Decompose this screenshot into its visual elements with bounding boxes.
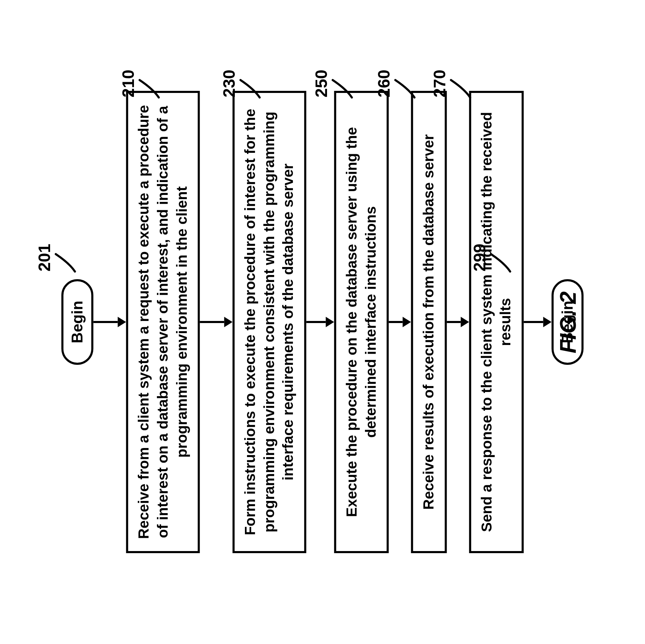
- arrow: [306, 317, 334, 327]
- process-260: Receive results of execution from the da…: [411, 91, 447, 553]
- callout-label: 250: [312, 70, 331, 97]
- process-250: Execute the procedure on the database se…: [334, 91, 389, 553]
- arrow: [94, 317, 126, 327]
- process-230: Form instructions to execute the procedu…: [233, 91, 306, 553]
- rotated-layout: Begin Receive from a client system a req…: [61, 26, 583, 618]
- callout-label: 201: [35, 244, 54, 272]
- arrow: [447, 317, 469, 327]
- callout-label: 230: [220, 70, 239, 97]
- arrow: [389, 317, 411, 327]
- arrow: [200, 317, 233, 327]
- callout-label: 270: [430, 70, 449, 97]
- callout-201: 201: [35, 242, 78, 273]
- callout-label: 210: [119, 70, 138, 97]
- arrow: [524, 317, 551, 327]
- callout-270: 270: [430, 68, 473, 99]
- callout-250: 250: [312, 68, 355, 99]
- process-270: Send a response to the client system ind…: [469, 91, 524, 553]
- diagram-stage: Begin Receive from a client system a req…: [0, 0, 645, 644]
- process-210: Receive from a client system a request t…: [126, 91, 200, 553]
- figure-label: FIG. 2: [555, 291, 581, 353]
- terminator-begin: Begin: [61, 279, 93, 365]
- callout-label: 260: [374, 70, 393, 97]
- callout-label: 299: [470, 244, 489, 272]
- callout-299: 299: [470, 242, 513, 273]
- callout-260: 260: [374, 68, 418, 99]
- callout-210: 210: [119, 68, 162, 99]
- flowchart: Begin Receive from a client system a req…: [61, 26, 583, 618]
- callout-230: 230: [220, 68, 263, 99]
